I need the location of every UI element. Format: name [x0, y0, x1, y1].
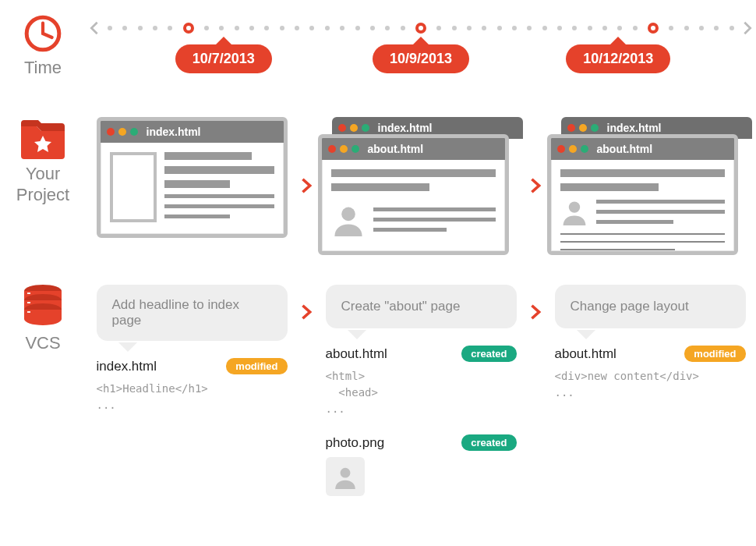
timeline-date-1: 10/7/2013: [175, 44, 272, 73]
svg-point-4: [568, 202, 579, 213]
svg-line-2: [43, 34, 52, 37]
image-thumbnail: [326, 457, 365, 496]
svg-rect-8: [27, 292, 30, 294]
timeline-arrow-left-icon: [86, 20, 103, 37]
window-filename: index.html: [378, 122, 433, 134]
timeline-dot: [264, 26, 269, 30]
user-avatar-icon: [333, 464, 358, 489]
commit-file-name: about.html: [555, 346, 616, 362]
timeline-dot: [138, 26, 143, 30]
commit-diff-snippet: <div>new content</div> ...: [555, 368, 746, 401]
timeline-dot: [235, 26, 239, 30]
timeline-dot: [684, 26, 689, 30]
timeline-dot: [325, 26, 330, 30]
window-snapshot-2: index.html about.html: [318, 117, 525, 254]
timeline-dot: [714, 26, 719, 30]
chevron-right-icon: [298, 303, 315, 321]
timeline-dot: [588, 26, 592, 30]
timeline-date-3: 10/12/2013: [566, 44, 670, 73]
timeline-dot: [730, 26, 734, 30]
window-snapshot-3: index.html about.html: [547, 117, 754, 254]
timeline-arrow-right-icon: [739, 20, 756, 37]
window-filename: about.html: [597, 143, 653, 155]
status-badge: created: [461, 346, 516, 362]
timeline-dot: [249, 26, 254, 30]
timeline-dot: [385, 26, 390, 30]
timeline-dot: [542, 26, 547, 30]
timeline-dot: [467, 26, 472, 30]
svg-point-3: [341, 207, 355, 222]
svg-rect-9: [27, 302, 30, 303]
clock-icon: [23, 14, 62, 53]
commit: Create "about" pageabout.htmlcreated<htm…: [326, 285, 517, 496]
timeline-dot: [633, 26, 638, 30]
commit-file-name: photo.png: [326, 435, 385, 451]
user-avatar-icon: [560, 197, 588, 225]
timeline-dot: [401, 26, 405, 30]
timeline-dot: [436, 26, 441, 30]
timeline-dot: [108, 26, 112, 30]
timeline-dot: [699, 26, 704, 30]
commit-file-name: index.html: [97, 359, 157, 374]
commit: Change page layoutabout.htmlmodified<div…: [555, 285, 746, 401]
commit-diff-snippet: <h1>Headline</h1> ...: [97, 381, 288, 413]
commit-file-row: index.htmlmodified: [97, 358, 288, 374]
timeline-dot: [355, 26, 360, 30]
timeline-date-2: 10/9/2013: [373, 44, 469, 73]
timeline: [86, 20, 756, 37]
window-filename: about.html: [368, 143, 424, 155]
timeline-dot: [557, 26, 562, 30]
project-label: Your Project: [16, 164, 69, 205]
commit-diff-snippet: <html> <head> ...: [326, 368, 517, 417]
timeline-dot: [340, 26, 344, 30]
timeline-marker: [648, 23, 659, 34]
timeline-dot: [497, 26, 502, 30]
commit-message: Create "about" page: [326, 285, 517, 328]
timeline-dot: [219, 26, 224, 30]
status-badge: created: [461, 434, 516, 451]
commit: Add headline to index pageindex.htmlmodi…: [97, 285, 288, 413]
timeline-dot: [512, 26, 517, 30]
timeline-dot: [482, 26, 486, 30]
chevron-right-icon: [527, 177, 544, 194]
commit-file-row: photo.pngcreated: [326, 434, 517, 451]
status-badge: modified: [684, 346, 745, 362]
timeline-dot: [370, 26, 375, 30]
database-icon: [23, 285, 63, 328]
timeline-dot: [122, 26, 127, 30]
chevron-right-icon: [527, 303, 544, 321]
chevron-right-icon: [298, 177, 315, 194]
window-filename: index.html: [607, 122, 662, 134]
commit-message: Change page layout: [555, 285, 746, 328]
window-snapshot-1: index.html: [97, 117, 288, 238]
timeline-dot: [153, 26, 157, 30]
timeline-dot: [280, 26, 284, 30]
timeline-dot: [572, 26, 577, 30]
time-label: Time: [24, 58, 62, 78]
timeline-dot: [617, 26, 622, 30]
folder-star-icon: [19, 117, 66, 159]
timeline-dot: [669, 26, 673, 30]
timeline-marker: [415, 23, 426, 34]
commit-file-row: about.htmlcreated: [326, 346, 517, 362]
svg-point-11: [340, 468, 350, 478]
user-avatar-icon: [331, 202, 366, 236]
status-badge: modified: [226, 358, 287, 374]
timeline-dot: [168, 26, 172, 30]
timeline-dot: [309, 26, 314, 30]
svg-rect-10: [27, 311, 30, 313]
commit-message: Add headline to index page: [97, 285, 288, 341]
window-filename: index.html: [147, 126, 201, 138]
commit-file-row: about.htmlmodified: [555, 346, 746, 362]
commit-file-name: about.html: [326, 346, 387, 362]
timeline-dot: [602, 26, 607, 30]
vcs-label: VCS: [25, 333, 60, 353]
timeline-dot: [527, 26, 532, 30]
timeline-dot: [204, 26, 209, 30]
timeline-marker: [183, 23, 194, 34]
timeline-dot: [452, 26, 457, 30]
timeline-dot: [295, 26, 299, 30]
